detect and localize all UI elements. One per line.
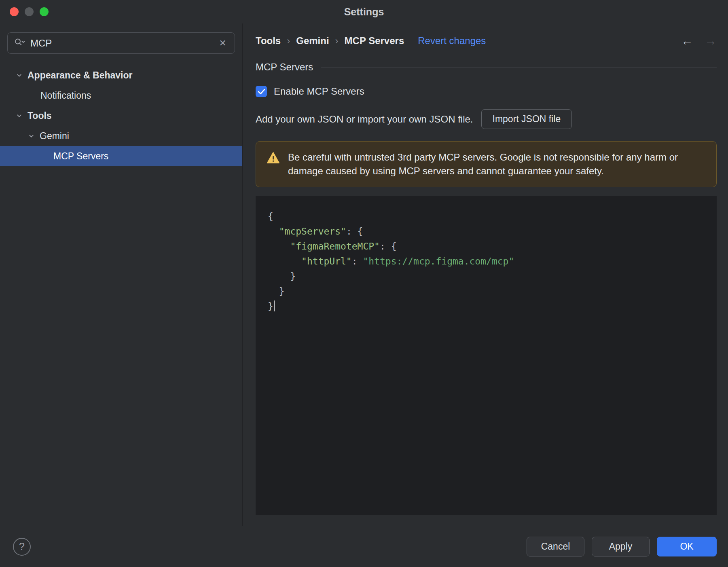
chevron-down-icon[interactable] (15, 72, 23, 79)
help-button[interactable]: ? (13, 538, 31, 556)
editor-line: } (268, 269, 705, 284)
warning-icon (267, 152, 280, 166)
add-json-text: Add your own JSON or import your own JSO… (256, 114, 473, 125)
settings-search-box[interactable]: ✕ (7, 32, 235, 54)
apply-button[interactable]: Apply (592, 537, 650, 556)
page-title: MCP Servers (256, 61, 313, 73)
chevron-down-icon[interactable] (15, 112, 23, 119)
revert-changes-link[interactable]: Revert changes (418, 35, 486, 47)
chevron-down-icon[interactable] (28, 133, 35, 140)
main-split: ✕ Appearance & Behavior Notifications To (0, 23, 728, 526)
sidebar-item-label: Appearance & Behavior (28, 70, 132, 81)
window-title: Settings (0, 6, 728, 18)
dialog-footer: ? Cancel Apply OK (0, 526, 728, 567)
sidebar-item-label: MCP Servers (53, 151, 108, 162)
enable-mcp-label: Enable MCP Servers (274, 86, 364, 97)
sidebar-item-notifications[interactable]: Notifications (0, 85, 242, 106)
breadcrumb-item-tools[interactable]: Tools (256, 35, 281, 47)
search-input[interactable] (30, 38, 212, 49)
editor-line: "figmaRemoteMCP": { (268, 239, 705, 254)
import-json-row: Add your own JSON or import your own JSO… (256, 109, 717, 129)
editor-line: { (268, 209, 705, 224)
enable-mcp-row: Enable MCP Servers (256, 86, 717, 97)
editor-line: "mcpServers": { (268, 224, 705, 239)
warning-text: Be careful with untrusted 3rd party MCP … (288, 150, 706, 178)
sidebar-item-label: Gemini (40, 131, 69, 142)
sidebar-item-label: Tools (28, 110, 52, 121)
breadcrumb-item-mcp-servers: MCP Servers (345, 35, 404, 47)
back-arrow-icon[interactable]: ← (681, 34, 693, 48)
section-header: MCP Servers (256, 61, 717, 73)
search-icon (14, 38, 25, 49)
breadcrumb-item-gemini[interactable]: Gemini (296, 35, 329, 47)
sidebar-item-gemini[interactable]: Gemini (0, 126, 242, 146)
warning-banner: Be careful with untrusted 3rd party MCP … (256, 141, 717, 187)
editor-line: "httpUrl": "https://mcp.figma.com/mcp" (268, 254, 705, 269)
settings-tree: Appearance & Behavior Notifications Tool… (0, 65, 242, 166)
check-icon (258, 89, 265, 95)
sidebar-item-tools[interactable]: Tools (0, 106, 242, 126)
enable-mcp-checkbox[interactable] (256, 86, 267, 97)
json-editor-code[interactable]: { "mcpServers": { "figmaRemoteMCP": { "h… (256, 196, 717, 515)
import-json-file-button[interactable]: Import JSON file (481, 109, 572, 129)
help-icon: ? (19, 541, 25, 552)
settings-sidebar: ✕ Appearance & Behavior Notifications To (0, 23, 243, 526)
ok-button[interactable]: OK (657, 537, 717, 556)
editor-line: } (268, 299, 705, 314)
text-caret (274, 300, 275, 311)
cancel-button[interactable]: Cancel (527, 537, 584, 556)
breadcrumb-separator-icon: › (287, 35, 290, 47)
breadcrumb-separator-icon: › (335, 35, 339, 47)
title-bar: Settings (0, 0, 728, 23)
history-nav: ← → (681, 34, 717, 48)
breadcrumb: Tools › Gemini › MCP Servers Revert chan… (256, 34, 717, 48)
sidebar-item-mcp-servers[interactable]: MCP Servers (0, 146, 242, 166)
editor-line: } (268, 284, 705, 299)
settings-content: Tools › Gemini › MCP Servers Revert chan… (243, 23, 728, 526)
footer-buttons: Cancel Apply OK (527, 537, 717, 556)
clear-search-icon[interactable]: ✕ (218, 38, 228, 49)
sidebar-item-label: Notifications (40, 90, 91, 101)
sidebar-item-appearance-behavior[interactable]: Appearance & Behavior (0, 65, 242, 85)
section-divider (321, 67, 717, 68)
forward-arrow-icon: → (705, 34, 717, 48)
settings-window: Settings ✕ (0, 0, 728, 567)
